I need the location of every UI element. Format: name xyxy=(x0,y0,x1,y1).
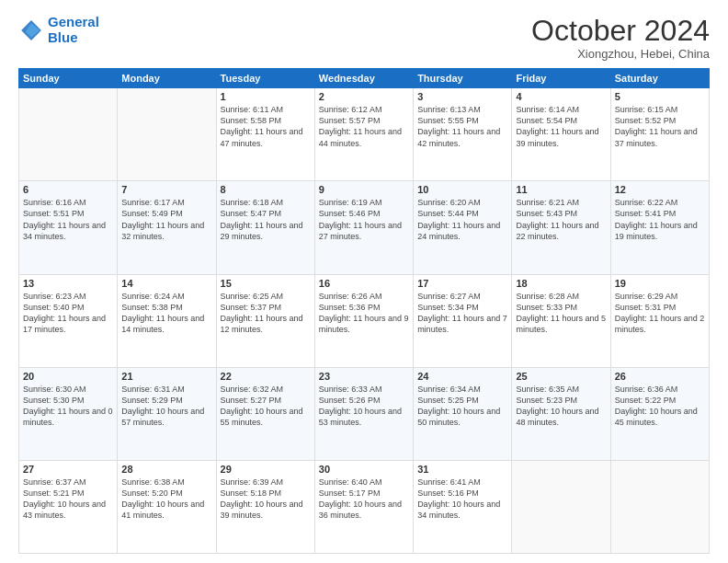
day-number: 31 xyxy=(417,464,507,475)
day-number: 24 xyxy=(417,371,507,382)
calendar-cell: 16Sunrise: 6:26 AM Sunset: 5:36 PM Dayli… xyxy=(314,274,413,367)
day-info: Sunrise: 6:22 AM Sunset: 5:41 PM Dayligh… xyxy=(615,197,705,242)
calendar-cell: 17Sunrise: 6:27 AM Sunset: 5:34 PM Dayli… xyxy=(414,274,512,367)
calendar-cell: 28Sunrise: 6:38 AM Sunset: 5:20 PM Dayli… xyxy=(118,460,216,553)
calendar-cell: 29Sunrise: 6:39 AM Sunset: 5:18 PM Dayli… xyxy=(216,460,314,553)
day-number: 5 xyxy=(615,91,705,102)
calendar-cell: 27Sunrise: 6:37 AM Sunset: 5:21 PM Dayli… xyxy=(19,460,118,553)
day-info: Sunrise: 6:36 AM Sunset: 5:22 PM Dayligh… xyxy=(615,384,705,429)
day-info: Sunrise: 6:40 AM Sunset: 5:17 PM Dayligh… xyxy=(319,477,409,522)
calendar-week-row: 20Sunrise: 6:30 AM Sunset: 5:30 PM Dayli… xyxy=(19,367,710,460)
calendar-header-row: SundayMondayTuesdayWednesdayThursdayFrid… xyxy=(19,69,710,88)
day-info: Sunrise: 6:15 AM Sunset: 5:52 PM Dayligh… xyxy=(615,104,705,149)
calendar-cell: 14Sunrise: 6:24 AM Sunset: 5:38 PM Dayli… xyxy=(118,274,216,367)
day-number: 7 xyxy=(121,184,211,195)
calendar-cell: 20Sunrise: 6:30 AM Sunset: 5:30 PM Dayli… xyxy=(19,367,118,460)
day-number: 16 xyxy=(319,278,409,289)
calendar-cell: 31Sunrise: 6:41 AM Sunset: 5:16 PM Dayli… xyxy=(414,460,512,553)
day-number: 30 xyxy=(319,464,409,475)
day-number: 13 xyxy=(23,278,113,289)
day-info: Sunrise: 6:28 AM Sunset: 5:33 PM Dayligh… xyxy=(516,291,606,336)
day-info: Sunrise: 6:25 AM Sunset: 5:37 PM Dayligh… xyxy=(221,291,311,336)
day-number: 27 xyxy=(23,464,113,475)
calendar-week-row: 6Sunrise: 6:16 AM Sunset: 5:51 PM Daylig… xyxy=(19,181,710,274)
weekday-header: Monday xyxy=(118,69,216,88)
logo-text: General Blue xyxy=(48,15,99,45)
weekday-header: Tuesday xyxy=(216,69,314,88)
day-number: 20 xyxy=(23,371,113,382)
calendar-cell: 8Sunrise: 6:18 AM Sunset: 5:47 PM Daylig… xyxy=(216,181,314,274)
day-number: 28 xyxy=(121,464,211,475)
calendar-cell: 13Sunrise: 6:23 AM Sunset: 5:40 PM Dayli… xyxy=(19,274,118,367)
day-info: Sunrise: 6:29 AM Sunset: 5:31 PM Dayligh… xyxy=(615,291,705,336)
weekday-header: Thursday xyxy=(414,69,512,88)
calendar-cell: 7Sunrise: 6:17 AM Sunset: 5:49 PM Daylig… xyxy=(118,181,216,274)
day-number: 29 xyxy=(221,464,311,475)
day-info: Sunrise: 6:34 AM Sunset: 5:25 PM Dayligh… xyxy=(417,384,507,429)
day-info: Sunrise: 6:38 AM Sunset: 5:20 PM Dayligh… xyxy=(121,477,211,522)
day-number: 25 xyxy=(516,371,606,382)
day-info: Sunrise: 6:23 AM Sunset: 5:40 PM Dayligh… xyxy=(23,291,113,336)
day-info: Sunrise: 6:32 AM Sunset: 5:27 PM Dayligh… xyxy=(221,384,311,429)
day-number: 26 xyxy=(615,371,705,382)
day-number: 4 xyxy=(516,91,606,102)
day-info: Sunrise: 6:31 AM Sunset: 5:29 PM Dayligh… xyxy=(121,384,211,429)
location-subtitle: Xiongzhou, Hebei, China xyxy=(531,47,710,61)
day-info: Sunrise: 6:27 AM Sunset: 5:34 PM Dayligh… xyxy=(417,291,507,336)
day-info: Sunrise: 6:33 AM Sunset: 5:26 PM Dayligh… xyxy=(319,384,409,429)
day-number: 15 xyxy=(221,278,311,289)
calendar-cell: 18Sunrise: 6:28 AM Sunset: 5:33 PM Dayli… xyxy=(512,274,610,367)
calendar-cell: 23Sunrise: 6:33 AM Sunset: 5:26 PM Dayli… xyxy=(314,367,413,460)
day-info: Sunrise: 6:19 AM Sunset: 5:46 PM Dayligh… xyxy=(319,197,409,242)
month-title: October 2024 xyxy=(531,15,710,47)
calendar-cell xyxy=(610,460,709,553)
day-info: Sunrise: 6:11 AM Sunset: 5:58 PM Dayligh… xyxy=(221,104,311,149)
calendar-cell: 11Sunrise: 6:21 AM Sunset: 5:43 PM Dayli… xyxy=(512,181,610,274)
calendar-cell: 4Sunrise: 6:14 AM Sunset: 5:54 PM Daylig… xyxy=(512,88,610,181)
day-info: Sunrise: 6:39 AM Sunset: 5:18 PM Dayligh… xyxy=(221,477,311,522)
day-info: Sunrise: 6:17 AM Sunset: 5:49 PM Dayligh… xyxy=(121,197,211,242)
day-info: Sunrise: 6:30 AM Sunset: 5:30 PM Dayligh… xyxy=(23,384,113,429)
day-info: Sunrise: 6:14 AM Sunset: 5:54 PM Dayligh… xyxy=(516,104,606,149)
calendar-cell: 25Sunrise: 6:35 AM Sunset: 5:23 PM Dayli… xyxy=(512,367,610,460)
calendar-cell: 26Sunrise: 6:36 AM Sunset: 5:22 PM Dayli… xyxy=(610,367,709,460)
day-number: 21 xyxy=(121,371,211,382)
day-info: Sunrise: 6:16 AM Sunset: 5:51 PM Dayligh… xyxy=(23,197,113,242)
weekday-header: Friday xyxy=(512,69,610,88)
day-number: 12 xyxy=(615,184,705,195)
day-number: 11 xyxy=(516,184,606,195)
calendar-cell: 30Sunrise: 6:40 AM Sunset: 5:17 PM Dayli… xyxy=(314,460,413,553)
calendar-week-row: 13Sunrise: 6:23 AM Sunset: 5:40 PM Dayli… xyxy=(19,274,710,367)
day-info: Sunrise: 6:26 AM Sunset: 5:36 PM Dayligh… xyxy=(319,291,409,336)
day-number: 9 xyxy=(319,184,409,195)
day-number: 18 xyxy=(516,278,606,289)
calendar-cell: 19Sunrise: 6:29 AM Sunset: 5:31 PM Dayli… xyxy=(610,274,709,367)
logo: General Blue xyxy=(18,15,99,45)
day-info: Sunrise: 6:12 AM Sunset: 5:57 PM Dayligh… xyxy=(319,104,409,149)
calendar-cell: 1Sunrise: 6:11 AM Sunset: 5:58 PM Daylig… xyxy=(216,88,314,181)
page: General Blue October 2024 Xiongzhou, Heb… xyxy=(0,0,728,563)
day-number: 8 xyxy=(221,184,311,195)
calendar-body: 1Sunrise: 6:11 AM Sunset: 5:58 PM Daylig… xyxy=(19,88,710,554)
calendar-cell: 6Sunrise: 6:16 AM Sunset: 5:51 PM Daylig… xyxy=(19,181,118,274)
calendar-cell: 12Sunrise: 6:22 AM Sunset: 5:41 PM Dayli… xyxy=(610,181,709,274)
calendar-cell: 5Sunrise: 6:15 AM Sunset: 5:52 PM Daylig… xyxy=(610,88,709,181)
logo-line2: Blue xyxy=(48,29,78,45)
calendar-cell xyxy=(118,88,216,181)
day-number: 17 xyxy=(417,278,507,289)
calendar-cell: 22Sunrise: 6:32 AM Sunset: 5:27 PM Dayli… xyxy=(216,367,314,460)
day-number: 3 xyxy=(417,91,507,102)
calendar-cell: 3Sunrise: 6:13 AM Sunset: 5:55 PM Daylig… xyxy=(414,88,512,181)
day-number: 22 xyxy=(221,371,311,382)
day-number: 1 xyxy=(221,91,311,102)
logo-icon xyxy=(18,17,44,43)
calendar-cell: 21Sunrise: 6:31 AM Sunset: 5:29 PM Dayli… xyxy=(118,367,216,460)
day-number: 19 xyxy=(615,278,705,289)
calendar-cell xyxy=(19,88,118,181)
day-info: Sunrise: 6:20 AM Sunset: 5:44 PM Dayligh… xyxy=(417,197,507,242)
weekday-header: Wednesday xyxy=(314,69,413,88)
day-info: Sunrise: 6:24 AM Sunset: 5:38 PM Dayligh… xyxy=(121,291,211,336)
logo-line1: General xyxy=(48,14,99,29)
day-number: 23 xyxy=(319,371,409,382)
header: General Blue October 2024 Xiongzhou, Heb… xyxy=(18,15,710,61)
